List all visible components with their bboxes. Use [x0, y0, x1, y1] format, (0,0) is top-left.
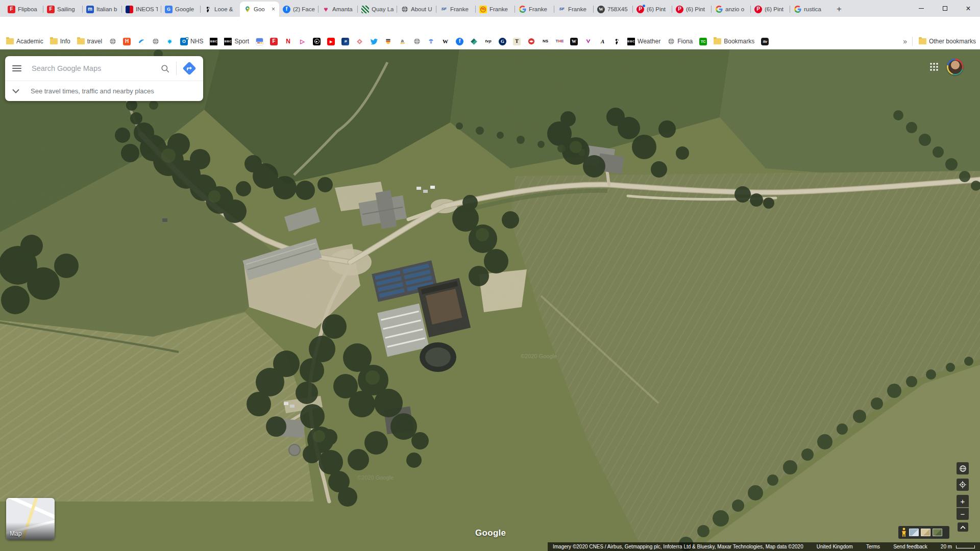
zoom-out-button[interactable]: −: [957, 508, 969, 520]
tab-16[interactable]: P(6) Pint: [633, 2, 672, 17]
satellite-map-canvas[interactable]: ©2020 Google ©2020 Google: [0, 49, 980, 551]
tab-1[interactable]: FSailing: [43, 2, 83, 17]
search-icon[interactable]: [160, 64, 170, 73]
menu-hamburger-icon[interactable]: [12, 65, 21, 71]
tab-3[interactable]: INEOS T: [122, 2, 161, 17]
bookmark-item-travel[interactable]: travel: [77, 38, 102, 45]
bookmark-item[interactable]: [527, 38, 535, 45]
tab-20[interactable]: rustica: [790, 2, 829, 17]
bookmark-item[interactable]: A: [599, 38, 606, 45]
bookmark-item[interactable]: [613, 38, 621, 45]
tab-13[interactable]: Franke: [515, 2, 554, 17]
tab-active-6[interactable]: Goo×: [240, 2, 279, 17]
bookmark-item-nhs[interactable]: ONHS: [180, 38, 203, 45]
bookmark-item[interactable]: G: [499, 38, 506, 45]
other-bookmarks-button[interactable]: Other bookmarks: [919, 38, 976, 45]
bookmark-item[interactable]: »: [341, 38, 349, 45]
tab-11[interactable]: SFFranke: [436, 2, 476, 17]
tilt-3d-button[interactable]: [957, 462, 969, 474]
bbc-blocks-icon: BBC: [224, 38, 232, 45]
bookmark-item[interactable]: [166, 38, 174, 45]
tab-18[interactable]: anzio o: [712, 2, 751, 17]
tab-7[interactable]: f(2) Face: [279, 2, 318, 17]
bookmark-item[interactable]: NS: [542, 38, 549, 45]
bookmark-item[interactable]: [356, 38, 363, 45]
tab-12[interactable]: TSFranke: [476, 2, 515, 17]
zoom-in-button[interactable]: +: [957, 495, 969, 507]
bookmark-item[interactable]: itv: [761, 38, 769, 45]
map-mode-toggle[interactable]: Map: [6, 498, 55, 540]
close-window-button[interactable]: ×: [957, 0, 980, 17]
imagery-thumbnail[interactable]: [921, 529, 930, 536]
google-apps-grid-button[interactable]: [929, 62, 939, 72]
bookmark-item[interactable]: ▶: [327, 38, 335, 45]
tab-label: Looe &: [214, 6, 236, 12]
maps-account-avatar[interactable]: [947, 59, 963, 75]
pegman-icon[interactable]: [901, 528, 907, 537]
bookmark-item[interactable]: F: [270, 38, 278, 45]
bookmark-item-info[interactable]: Info: [50, 38, 70, 45]
bookmark-item-sport[interactable]: BBCSport: [224, 38, 249, 45]
minimize-button[interactable]: [910, 0, 933, 17]
barclays-eagle-icon: [166, 38, 174, 45]
travel-times-row[interactable]: See travel times, traffic and nearby pla…: [5, 81, 203, 101]
bookmark-item[interactable]: ▷: [299, 38, 306, 45]
search-input[interactable]: Search Google Maps: [32, 64, 160, 72]
bookmark-item[interactable]: [370, 38, 378, 45]
tab-4[interactable]: GGoogle: [161, 2, 201, 17]
bookmark-item-bookmarks[interactable]: Bookmarks: [714, 38, 754, 45]
pinterest-dot-icon: P: [636, 6, 644, 13]
bookmark-item[interactable]: a: [399, 38, 406, 45]
bookmark-item[interactable]: BBC: [210, 38, 217, 45]
my-location-button[interactable]: [957, 479, 969, 491]
bookmark-item[interactable]: [384, 38, 392, 45]
bookmark-item[interactable]: [152, 38, 159, 45]
send-feedback-link[interactable]: Send feedback: [893, 544, 927, 549]
collapse-imagery-button[interactable]: [958, 522, 968, 532]
bookmark-item[interactable]: T: [513, 38, 521, 45]
bookmark-item[interactable]: N: [284, 38, 292, 45]
outlook-icon: O: [180, 38, 188, 45]
tab-9[interactable]: Quay La: [358, 2, 397, 17]
tab-15[interactable]: W758X45: [594, 2, 633, 17]
minimize-icon: [919, 8, 924, 9]
tab-5[interactable]: Looe &: [201, 2, 240, 17]
maximize-button[interactable]: [933, 0, 957, 17]
bookmark-item-weather[interactable]: BBCWeather: [627, 38, 660, 45]
new-tab-button[interactable]: +: [832, 3, 846, 16]
tab-19[interactable]: P(6) Pint: [751, 2, 790, 17]
bookmark-item[interactable]: [584, 38, 592, 45]
bookmark-item[interactable]: [470, 38, 478, 45]
bookmark-item[interactable]: f: [456, 38, 463, 45]
terms-link[interactable]: Terms: [866, 544, 880, 549]
bookmark-item[interactable]: W: [442, 38, 449, 45]
bookmark-item[interactable]: [427, 38, 435, 45]
tab-close-icon[interactable]: ×: [271, 6, 276, 13]
bookmark-item-fiona[interactable]: Fiona: [667, 38, 693, 45]
tab-2[interactable]: mItalian b: [83, 2, 122, 17]
footprint-icon: [613, 38, 621, 45]
bookmark-item[interactable]: tvp: [484, 38, 492, 45]
tab-10[interactable]: About U: [397, 2, 436, 17]
bookmark-item[interactable]: [413, 38, 421, 45]
tab-label: INEOS T: [136, 6, 158, 12]
bookmark-item[interactable]: ▶: [313, 38, 321, 45]
bookmark-item-academic[interactable]: Academic: [6, 38, 43, 45]
imagery-thumbnail[interactable]: [933, 529, 942, 536]
directions-button[interactable]: [183, 62, 196, 75]
bookmark-item[interactable]: THE: [556, 38, 564, 45]
bookmark-item[interactable]: [137, 38, 145, 45]
bookmark-item[interactable]: H: [123, 38, 131, 45]
tab-0[interactable]: FFlipboa: [4, 2, 43, 17]
bookmark-item[interactable]: TC: [699, 38, 707, 45]
pinterest-icon: P: [754, 6, 762, 13]
bookmarks-overflow-button[interactable]: »: [903, 37, 906, 45]
bookmark-item[interactable]: W: [570, 38, 578, 45]
tab-14[interactable]: SFFranke: [554, 2, 594, 17]
imagery-thumbnail[interactable]: [909, 529, 919, 536]
bookmark-item[interactable]: [109, 38, 116, 45]
tab-8[interactable]: ♥Amanta: [318, 2, 358, 17]
tab-label: Flipboa: [18, 6, 40, 12]
tab-17[interactable]: P(6) Pint: [672, 2, 712, 17]
bookmark-item[interactable]: [256, 38, 263, 45]
